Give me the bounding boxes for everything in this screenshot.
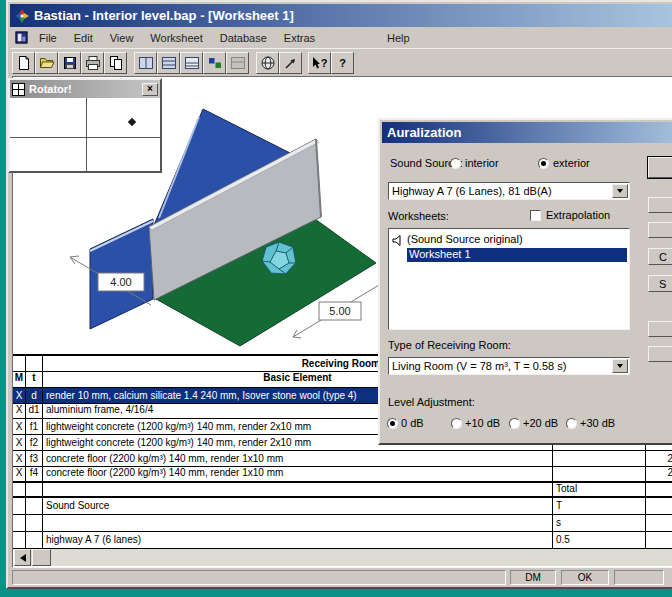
sound-source-value: Highway A 7 (6 Lanes), 81 dB(A) bbox=[389, 185, 612, 197]
receiving-room-value: Living Room (V = 78 m³, T = 0.58 s) bbox=[389, 360, 612, 372]
scroll-left-button[interactable] bbox=[14, 549, 31, 566]
dialog-side-button-6[interactable] bbox=[648, 321, 672, 337]
rotator-title-bar[interactable]: Rotator! × bbox=[10, 80, 160, 98]
menu-help[interactable]: Help bbox=[385, 31, 412, 45]
menu-bar: File Edit View Worksheet Database Extras… bbox=[10, 28, 672, 47]
desktop: Bastian - Interior level.bap - [Workshee… bbox=[0, 0, 672, 597]
help-button[interactable]: ? bbox=[331, 52, 354, 74]
globe-button[interactable] bbox=[256, 52, 279, 74]
extrapolation-checkbox[interactable] bbox=[530, 210, 541, 221]
exterior-radio[interactable] bbox=[538, 158, 549, 169]
toolbar: ? ? bbox=[10, 48, 672, 76]
context-help-button[interactable]: ? bbox=[308, 52, 331, 74]
document-window-icon bbox=[14, 30, 29, 45]
rotator-divider-horizontal bbox=[10, 137, 160, 138]
view-split-button[interactable] bbox=[134, 52, 157, 74]
dialog-side-button-cancel[interactable]: C bbox=[648, 248, 672, 265]
menu-file[interactable]: File bbox=[37, 31, 59, 45]
col-m-header: M bbox=[13, 372, 26, 387]
rotator-body[interactable] bbox=[10, 98, 160, 171]
status-ok-field: OK bbox=[561, 570, 609, 585]
table-row[interactable]: Total bbox=[13, 482, 672, 497]
disabled-pane-icon bbox=[230, 55, 246, 71]
app-logo-icon bbox=[14, 8, 30, 24]
extrapolation-label[interactable]: Extrapolation bbox=[546, 209, 610, 221]
rotator-divider-vertical bbox=[86, 98, 87, 171]
level-30db-radio[interactable] bbox=[566, 418, 577, 429]
list-item-selected[interactable]: Worksheet 1 bbox=[407, 248, 627, 262]
exterior-label[interactable]: exterior bbox=[553, 157, 590, 169]
question-glyph: ? bbox=[339, 57, 346, 69]
speaker-icon bbox=[392, 234, 405, 247]
rotator-grid-icon bbox=[12, 83, 25, 96]
sound-source-combobox[interactable]: Highway A 7 (6 Lanes), 81 dB(A) bbox=[388, 182, 630, 200]
menu-database[interactable]: Database bbox=[218, 31, 269, 45]
title-bar[interactable]: Bastian - Interior level.bap - [Workshee… bbox=[10, 4, 672, 27]
open-button[interactable] bbox=[35, 52, 58, 74]
table-row[interactable]: s bbox=[13, 515, 672, 532]
dialog-side-button-7[interactable] bbox=[648, 346, 672, 362]
level-20db-label[interactable]: +20 dB bbox=[523, 417, 558, 429]
level-0db-label[interactable]: 0 dB bbox=[401, 417, 424, 429]
status-bar: DM OK bbox=[10, 568, 672, 587]
table-row[interactable]: Sound Source T bbox=[13, 497, 672, 515]
scroll-left-arrow-icon bbox=[20, 554, 26, 562]
draw-arrow-button[interactable] bbox=[279, 52, 302, 74]
status-extra-field bbox=[614, 570, 664, 585]
chevron-down-icon bbox=[617, 364, 623, 368]
open-folder-icon bbox=[39, 55, 55, 71]
menu-extras[interactable]: Extras bbox=[282, 31, 317, 45]
dialog-side-button-3[interactable] bbox=[648, 222, 672, 238]
copy-button[interactable] bbox=[104, 52, 127, 74]
list-item[interactable]: (Sound Source original) bbox=[407, 233, 523, 245]
level-10db-radio[interactable] bbox=[451, 418, 462, 429]
worksheets-listbox[interactable]: (Sound Source original) Worksheet 1 bbox=[388, 228, 630, 330]
view-rows-b-button[interactable] bbox=[180, 52, 203, 74]
level-20db-radio[interactable] bbox=[509, 418, 520, 429]
level-adjustment-label: Level Adjustment: bbox=[388, 396, 475, 408]
interior-radio[interactable] bbox=[450, 158, 461, 169]
dropdown-button[interactable] bbox=[612, 359, 628, 373]
view-colors-button[interactable] bbox=[203, 52, 226, 74]
new-document-icon bbox=[16, 55, 32, 71]
horizontal-scrollbar[interactable] bbox=[14, 549, 672, 566]
rotator-handle[interactable] bbox=[128, 118, 136, 126]
interior-label[interactable]: interior bbox=[465, 157, 499, 169]
save-button[interactable] bbox=[58, 52, 81, 74]
receiving-room-combobox[interactable]: Living Room (V = 78 m³, T = 0.58 s) bbox=[388, 357, 630, 375]
col-t-header: t bbox=[26, 372, 43, 387]
level-0db-radio[interactable] bbox=[387, 418, 398, 429]
status-message-field bbox=[12, 570, 506, 585]
dim-left-label: 4.00 bbox=[110, 276, 131, 288]
level-30db-label[interactable]: +30 dB bbox=[580, 417, 615, 429]
save-floppy-icon bbox=[62, 55, 78, 71]
new-button[interactable] bbox=[12, 52, 35, 74]
dim-bottom-label: 5.00 bbox=[329, 305, 350, 317]
level-10db-label[interactable]: +10 dB bbox=[465, 417, 500, 429]
dialog-title-bar[interactable]: Auralization bbox=[382, 122, 672, 143]
rows-pane-icon bbox=[161, 55, 177, 71]
question-glyph: ? bbox=[321, 57, 328, 69]
view-rows-a-button[interactable] bbox=[157, 52, 180, 74]
table-row[interactable]: X f4 concrete floor (2200 kg/m³) 140 mm,… bbox=[13, 467, 672, 482]
table-row[interactable]: highway A 7 (6 lanes) 0.5 bbox=[13, 532, 672, 549]
menu-worksheet[interactable]: Worksheet bbox=[148, 31, 204, 45]
receiving-room-label: Type of Receiving Room: bbox=[388, 339, 511, 351]
copy-icon bbox=[108, 55, 124, 71]
rotator-title: Rotator! bbox=[29, 83, 142, 95]
dialog-side-button-1[interactable] bbox=[648, 157, 672, 178]
table-row[interactable]: X f3 concrete floor (2200 kg/m³) 140 mm,… bbox=[13, 451, 672, 467]
view-disabled-button[interactable] bbox=[226, 52, 249, 74]
dialog-title: Auralization bbox=[387, 125, 461, 140]
dialog-side-button-2[interactable] bbox=[648, 197, 672, 213]
menu-edit[interactable]: Edit bbox=[72, 31, 95, 45]
dropdown-button[interactable] bbox=[612, 184, 628, 198]
status-dm-field: DM bbox=[510, 570, 556, 585]
menu-view[interactable]: View bbox=[108, 31, 136, 45]
close-icon[interactable]: × bbox=[142, 83, 158, 96]
scrollbar-thumb[interactable] bbox=[32, 549, 51, 566]
print-button[interactable] bbox=[81, 52, 104, 74]
worksheets-label: Worksheets: bbox=[388, 210, 449, 222]
dialog-side-button-s[interactable]: S bbox=[648, 275, 672, 292]
color-squares-icon bbox=[207, 55, 223, 71]
